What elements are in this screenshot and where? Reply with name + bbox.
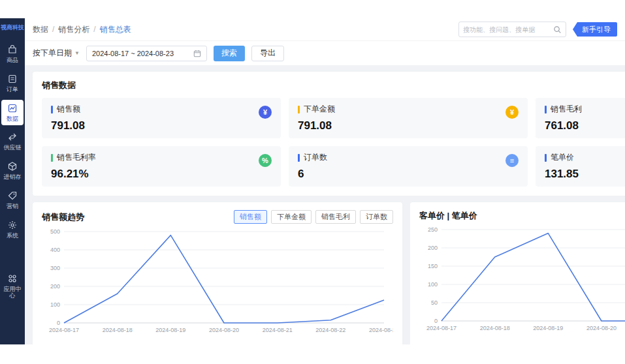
sidebar-item-data[interactable]: 数据 bbox=[1, 100, 24, 126]
stat-value: 761.08 bbox=[545, 119, 625, 132]
topbar-right: 新手引导 bbox=[458, 22, 617, 37]
breadcrumb-separator: / bbox=[52, 25, 54, 34]
sales-data-card: 销售数据 销售额 791.08 ¥ 下单金额 791.08 ¥ 销售毛利 761… bbox=[33, 72, 625, 196]
yuan-icon: ¥ bbox=[259, 106, 272, 119]
svg-text:2024-08-19: 2024-08-19 bbox=[155, 327, 185, 333]
filter-bar: 按下单日期 ▼ 2024-08-17 ~ 2024-08-23 搜索 导出 bbox=[25, 40, 625, 65]
svg-text:200: 200 bbox=[428, 245, 438, 251]
global-search[interactable] bbox=[458, 22, 566, 37]
accent-bar-icon bbox=[545, 154, 547, 162]
stat-value: 791.08 bbox=[298, 119, 519, 132]
svg-text:300: 300 bbox=[50, 265, 60, 271]
export-button[interactable]: 导出 bbox=[251, 46, 284, 61]
stat-tile: 销售毛利率 96.21% % bbox=[42, 146, 281, 187]
line-chart-svg: 0501001502002502024-08-172024-08-182024-… bbox=[419, 224, 625, 334]
accent-bar-icon bbox=[298, 154, 300, 162]
sales-data-title: 销售数据 bbox=[42, 80, 625, 91]
search-button[interactable]: 搜索 bbox=[214, 46, 245, 61]
stat-tile-header: 订单数 bbox=[298, 152, 519, 163]
accent-bar-icon bbox=[298, 106, 300, 114]
stat-value: 96.21% bbox=[51, 168, 272, 181]
system-icon bbox=[7, 220, 18, 230]
stat-tile: 订单数 6 ≡ bbox=[289, 146, 528, 187]
product-icon bbox=[7, 44, 18, 55]
order-count-icon: ≡ bbox=[505, 154, 519, 167]
svg-text:2024-08-20: 2024-08-20 bbox=[209, 327, 239, 333]
svg-text:2024-08-23: 2024-08-23 bbox=[369, 327, 393, 333]
svg-text:2024-08-22: 2024-08-22 bbox=[315, 327, 345, 333]
svg-text:2024-08-17: 2024-08-17 bbox=[426, 325, 457, 331]
stat-label: 笔单价 bbox=[551, 152, 574, 163]
sidebar-item-label: 营销 bbox=[7, 203, 18, 210]
svg-text:50: 50 bbox=[431, 299, 438, 306]
stat-tile-header: 销售毛利率 bbox=[51, 152, 272, 163]
chart-head: 客单价 | 笔单价 bbox=[419, 210, 625, 222]
sales-trend-card: 销售额趋势 销售额下单金额销售毛利订单数 0100200300400500202… bbox=[33, 202, 402, 344]
svg-text:100: 100 bbox=[50, 301, 60, 308]
stat-tile-header: 笔单价 bbox=[545, 152, 625, 163]
svg-text:250: 250 bbox=[428, 226, 438, 233]
svg-text:2024-08-20: 2024-08-20 bbox=[586, 325, 617, 331]
stat-value: 6 bbox=[298, 168, 519, 181]
sidebar-item-system[interactable]: 系统 bbox=[1, 217, 24, 243]
top-bar: 数据/销售分析/销售总表 新手引导 bbox=[25, 18, 625, 40]
sidebar-item-label: 进销存 bbox=[4, 174, 22, 181]
svg-text:200: 200 bbox=[50, 283, 60, 290]
breadcrumb-item[interactable]: 数据 bbox=[33, 24, 48, 35]
sidebar-item-inventory[interactable]: 进销存 bbox=[1, 158, 24, 184]
stat-label: 销售额 bbox=[57, 104, 80, 115]
accent-bar-icon bbox=[51, 154, 53, 162]
stat-label: 销售毛利率 bbox=[57, 152, 96, 163]
metric-tabs: 销售额下单金额销售毛利订单数 bbox=[234, 210, 393, 224]
beginner-guide-button[interactable]: 新手引导 bbox=[573, 22, 617, 37]
svg-text:2024-08-18: 2024-08-18 bbox=[480, 325, 510, 331]
chart-head: 销售额趋势 销售额下单金额销售毛利订单数 bbox=[42, 210, 393, 224]
stat-label: 订单数 bbox=[304, 152, 327, 163]
stat-value: 131.85 bbox=[545, 168, 625, 181]
svg-text:2024-08-21: 2024-08-21 bbox=[263, 327, 293, 333]
calendar-icon bbox=[193, 50, 201, 57]
sidebar-item-marketing[interactable]: 营销 bbox=[1, 187, 24, 213]
breadcrumb-item[interactable]: 销售总表 bbox=[100, 24, 131, 35]
sidebar-item-label: 商品 bbox=[7, 57, 18, 64]
sidebar-item-label: 数据 bbox=[7, 115, 18, 123]
date-range-picker[interactable]: 2024-08-17 ~ 2024-08-23 bbox=[86, 46, 207, 61]
metric-tab[interactable]: 订单数 bbox=[360, 210, 393, 224]
stat-label: 销售毛利 bbox=[551, 104, 582, 115]
main-area: 数据/销售分析/销售总表 新手引导 按下单日期 ▼ 2024-08-17 ~ 2… bbox=[25, 18, 625, 344]
stat-tile: 销售毛利 761.08 bbox=[536, 98, 625, 138]
breadcrumb-item[interactable]: 销售分析 bbox=[58, 24, 89, 35]
svg-text:400: 400 bbox=[50, 247, 60, 253]
chart-title: 销售额趋势 bbox=[42, 211, 84, 223]
metric-tab[interactable]: 下单金额 bbox=[271, 210, 312, 224]
sidebar-item-supply-chain[interactable]: 供应链 bbox=[1, 129, 24, 155]
breadcrumb: 数据/销售分析/销售总表 bbox=[33, 24, 131, 35]
search-icon bbox=[553, 25, 562, 34]
sidebar-item-app-center[interactable]: 应用中心 bbox=[1, 270, 24, 303]
sidebar-item-product[interactable]: 商品 bbox=[1, 41, 24, 67]
sidebar-item-label: 系统 bbox=[7, 232, 18, 239]
sales-trend-chart: 01002003004005002024-08-172024-08-182024… bbox=[42, 226, 393, 336]
chevron-down-icon: ▼ bbox=[74, 50, 80, 56]
svg-text:2024-08-18: 2024-08-18 bbox=[103, 327, 133, 333]
inventory-icon bbox=[7, 161, 18, 172]
svg-text:0: 0 bbox=[57, 320, 60, 326]
date-type-dropdown[interactable]: 按下单日期 ▼ bbox=[33, 48, 80, 59]
date-type-label: 按下单日期 bbox=[33, 48, 72, 59]
stat-tile: 下单金额 791.08 ¥ bbox=[289, 98, 528, 138]
svg-text:2024-08-17: 2024-08-17 bbox=[49, 327, 79, 333]
sidebar-item-label: 订单 bbox=[7, 86, 18, 93]
accent-bar-icon bbox=[545, 106, 547, 114]
accent-bar-icon bbox=[51, 106, 53, 114]
charts-row: 销售额趋势 销售额下单金额销售毛利订单数 0100200300400500202… bbox=[33, 202, 625, 344]
app-window: 视商科技 商品 订单 数据 供应链 进销存 营销 系统 应用中心 数据/销售分析… bbox=[0, 18, 625, 344]
metric-tab[interactable]: 销售毛利 bbox=[315, 210, 356, 224]
svg-text:0: 0 bbox=[434, 318, 438, 324]
price-per-order-card: 客单价 | 笔单价 0501001502002502024-08-172024-… bbox=[410, 202, 625, 344]
brand-logo: 视商科技 bbox=[0, 20, 25, 38]
sidebar-item-order[interactable]: 订单 bbox=[1, 70, 24, 97]
metric-tab[interactable]: 销售额 bbox=[234, 210, 267, 224]
search-input[interactable] bbox=[463, 26, 553, 33]
data-icon bbox=[7, 103, 18, 114]
app-center-icon bbox=[7, 273, 18, 284]
